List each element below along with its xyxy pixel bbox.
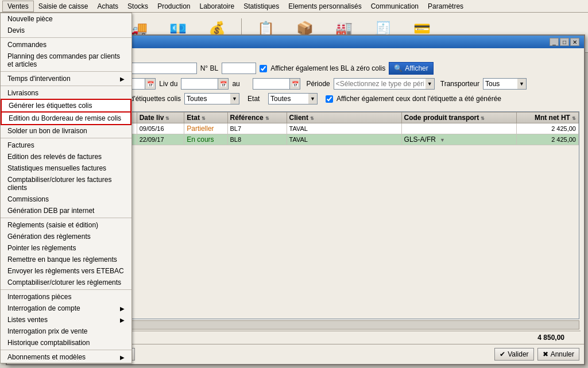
cell-code-produit-2: GLS-A/FR ▼ (401, 134, 516, 145)
liv-du-input[interactable] (181, 78, 218, 90)
menu-laboratoire[interactable]: Laboratoire (195, 1, 239, 11)
etat-dropdown-btn[interactable]: ▼ (308, 93, 318, 104)
etat-input[interactable] (268, 93, 308, 104)
sort-code-produit-icon[interactable]: ⇅ (481, 116, 485, 121)
menu-stats-mensuelles[interactable]: Statistiques mensuelles factures (1, 162, 131, 174)
ventes-dropdown: Nouvelle pièce Devis Commandes Planning … (0, 13, 132, 363)
col-etat: Etat ⇅ (184, 113, 227, 123)
bottom-btns-right: ✔ Valider ✖ Annuler (494, 348, 579, 361)
afficher-button[interactable]: 🔍 Afficher (389, 62, 433, 75)
menu-temps-intervention[interactable]: Temps d'intervention ▶ (1, 73, 131, 84)
divider-7 (1, 350, 131, 350)
menu-generer-etiquettes[interactable]: Générer les étiquettes colis (1, 99, 131, 113)
divider-5 (1, 218, 131, 218)
menu-statistiques[interactable]: Statistiques (239, 1, 284, 11)
etat-label: Etat (247, 95, 265, 103)
menu-envoyer-etebac[interactable]: Envoyer les règlements vers ETEBAC (1, 265, 131, 277)
menu-interrogation-prix[interactable]: Interrogation prix de vente (1, 326, 131, 337)
arrow-icon-2: ▶ (120, 305, 125, 312)
sort-mnt-icon[interactable]: ⇅ (572, 116, 576, 121)
liv-du-calendar-btn[interactable]: 📅 (218, 78, 229, 90)
cell-date-liv-2: 22/09/17 (137, 134, 184, 145)
menu-comptabiliser-reglements[interactable]: Comptabiliser/cloturer les règlements (1, 277, 131, 288)
au-calendar-btn-2[interactable]: 📅 (290, 78, 300, 90)
afficher-zero-colis-checkbox[interactable] (260, 65, 267, 72)
transporteur-dropdown-btn[interactable]: ▼ (517, 78, 527, 90)
transporteur-combo: ▼ (483, 78, 527, 90)
cell-mnt-2: 2 425,00 (516, 134, 578, 145)
periode-dropdown-btn[interactable]: ▼ (425, 78, 435, 90)
maximize-button[interactable]: □ (560, 38, 569, 46)
divider-2 (1, 71, 131, 72)
divider-3 (1, 86, 131, 86)
menu-factures-header: Factures (1, 140, 131, 151)
annuler-button[interactable]: ✖ Annuler (537, 348, 579, 361)
menu-commissions[interactable]: Commissions (1, 193, 131, 205)
sort-client-icon[interactable]: ⇅ (310, 116, 314, 121)
transporteur-input[interactable] (483, 78, 517, 90)
cell-mnt-1: 2 425,00 (516, 123, 578, 134)
au-calendar-btn-1[interactable]: 📅 (145, 78, 156, 90)
sort-etat-icon[interactable]: ⇅ (202, 116, 206, 121)
dropdown-indicator-icon[interactable]: ▼ (440, 137, 445, 143)
afficher-etiquette-generee-label: Afficher également ceux dont l'étiquette… (336, 95, 501, 103)
menu-remettre-banque[interactable]: Remettre en banque les règlements (1, 254, 131, 265)
menu-edition-releves[interactable]: Edition des relevés de factures (1, 151, 131, 162)
cell-date-liv-1: 09/05/16 (137, 123, 184, 134)
menu-nouvelle-piece[interactable]: Nouvelle pièce (1, 13, 131, 25)
menu-solder-bon[interactable]: Solder un bon de livraison (1, 125, 131, 137)
menu-livraisons-header: Livraisons (1, 87, 131, 99)
somme-value: 4 850,00 (537, 334, 564, 342)
interface-combo: ▼ (184, 93, 239, 104)
sort-reference-icon[interactable]: ⇅ (265, 116, 269, 121)
periode-input[interactable] (334, 78, 425, 90)
menu-communication[interactable]: Communication (366, 1, 423, 11)
etat-combo: ▼ (268, 93, 318, 104)
menu-historique-compta[interactable]: Historique comptabilisation (1, 337, 131, 348)
nobl-input[interactable] (222, 63, 256, 74)
menu-production[interactable]: Production (153, 1, 195, 11)
au-input-2[interactable] (253, 78, 290, 90)
search-icon: 🔍 (394, 64, 403, 72)
col-client: Client ⇅ (287, 113, 401, 123)
menu-generation-deb[interactable]: Génération DEB par internet (1, 205, 131, 216)
cell-reference-2: BL8 (227, 134, 287, 145)
menu-elements[interactable]: Elements personnalisés (284, 1, 366, 11)
menu-abonnements[interactable]: Abonnements et modèles ▶ (1, 351, 131, 363)
menu-ventes[interactable]: Ventes (2, 1, 34, 12)
sort-date-liv-icon[interactable]: ⇅ (165, 116, 169, 121)
menu-devis[interactable]: Devis (1, 25, 131, 36)
valider-button[interactable]: ✔ Valider (494, 348, 533, 361)
cell-etat-1: Partieller (184, 123, 227, 134)
menu-saisie[interactable]: Saisie de caisse (34, 1, 93, 11)
cell-reference-1: BL7 (227, 123, 287, 134)
divider-6 (1, 289, 131, 290)
menu-pointer-reglements[interactable]: Pointer les règlements (1, 242, 131, 254)
menu-parametres[interactable]: Paramètres (423, 1, 468, 11)
afficher-etiquette-generee-checkbox[interactable] (326, 95, 333, 103)
menu-commandes[interactable]: Commandes (1, 39, 131, 51)
close-button[interactable]: ✕ (570, 38, 579, 46)
menu-achats[interactable]: Achats (92, 1, 123, 11)
minimize-button[interactable]: _ (550, 38, 559, 46)
menu-listes-ventes[interactable]: Listes ventes ▶ (1, 314, 131, 326)
interface-dropdown-btn[interactable]: ▼ (230, 93, 239, 104)
menu-reglements-section: Règlements (saisie et édition) (1, 219, 131, 231)
cell-client-2: TAVAL (287, 134, 401, 145)
au-label-2: au (232, 80, 249, 88)
valider-icon: ✔ (500, 350, 505, 358)
modal-window-buttons: _ □ ✕ (550, 38, 579, 46)
menu-stocks[interactable]: Stocks (123, 1, 153, 11)
interface-input[interactable] (184, 93, 230, 104)
menu-interrogations-header: Interrogations pièces (1, 291, 131, 303)
menu-generation-reglements[interactable]: Génération des règlements (1, 231, 131, 242)
menu-edition-bordereau[interactable]: Edition du Bordereau de remise colis (1, 113, 131, 125)
cell-etat-2: En cours (184, 134, 227, 145)
col-reference: Référence ⇅ (227, 113, 287, 123)
col-date-liv: Date liv ⇅ (137, 113, 184, 123)
col-code-produit: Code produit transport ⇅ (401, 113, 516, 123)
menu-comptabiliser-factures[interactable]: Comptabiliser/cloturer les factures clie… (1, 174, 131, 193)
periode-combo: ▼ (334, 78, 435, 90)
menu-interrogation-compte[interactable]: Interrogation de compte ▶ (1, 303, 131, 314)
menu-planning-commandes[interactable]: Planning des commandes par clients et ar… (1, 51, 131, 70)
